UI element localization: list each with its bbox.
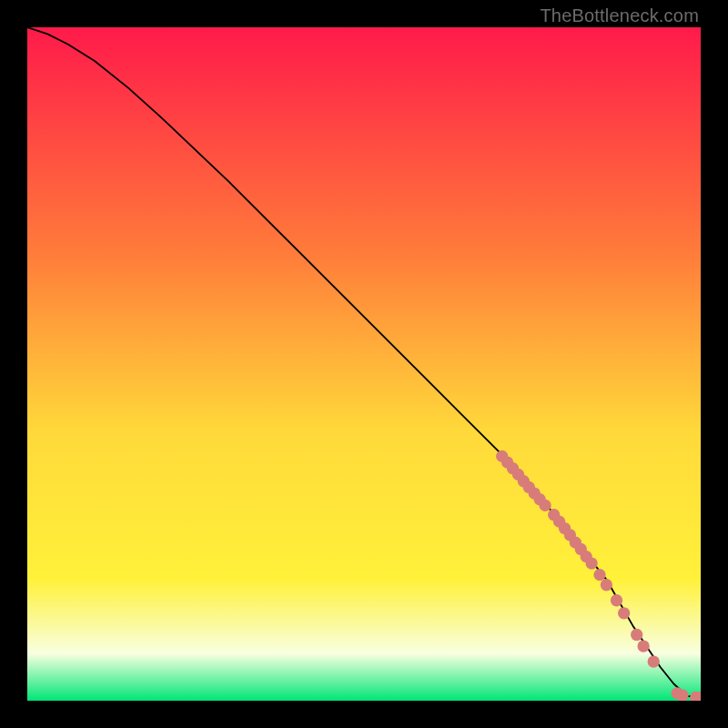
plot-panel: [27, 27, 701, 701]
curve-marker: [611, 594, 622, 606]
curve-layer: [27, 27, 701, 701]
chart-stage: TheBottleneck.com: [0, 0, 728, 728]
bottleneck-curve: [27, 27, 701, 697]
curve-marker: [601, 579, 612, 591]
curve-marker: [539, 500, 551, 511]
curve-marker: [648, 655, 660, 667]
curve-marker: [593, 569, 605, 581]
curve-markers: [496, 450, 701, 701]
curve-marker: [585, 557, 597, 569]
watermark-label: TheBottleneck.com: [540, 5, 699, 26]
curve-marker: [618, 607, 630, 619]
curve-marker: [637, 640, 649, 652]
curve-marker: [631, 629, 642, 641]
